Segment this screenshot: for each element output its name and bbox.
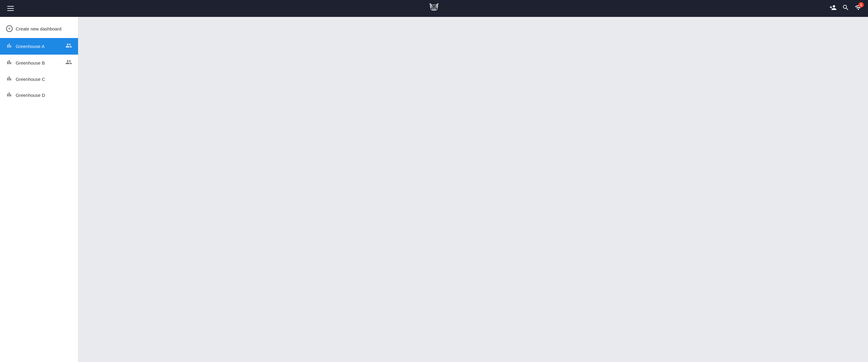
sidebar-item-label-greenhouse-c: Greenhouse C: [16, 77, 45, 82]
sidebar-item-label-greenhouse-b: Greenhouse B: [16, 60, 45, 65]
people-icon-greenhouse-b[interactable]: [65, 59, 72, 67]
chart-bar-icon-c: [6, 76, 12, 83]
search-button[interactable]: [842, 4, 849, 13]
sidebar-item-left-b: Greenhouse B: [6, 59, 45, 67]
svg-rect-0: [431, 5, 437, 10]
sidebar-item-label-greenhouse-a: Greenhouse A: [16, 44, 44, 49]
hamburger-menu-button[interactable]: [6, 5, 15, 12]
add-user-button[interactable]: [830, 4, 837, 13]
wifi-button[interactable]: 1: [855, 4, 862, 13]
create-dashboard-label: Create new dashboard: [16, 26, 61, 31]
navbar-left: [6, 5, 15, 12]
notification-badge: 1: [858, 2, 864, 7]
create-dashboard-button[interactable]: + Create new dashboard: [0, 22, 78, 35]
chart-bar-icon-d: [6, 91, 12, 99]
main-layout: + Create new dashboard Greenhouse A: [0, 17, 868, 362]
sidebar-item-greenhouse-b[interactable]: Greenhouse B: [0, 55, 78, 71]
sidebar-item-greenhouse-c[interactable]: Greenhouse C: [0, 71, 78, 87]
plus-circle-icon: +: [6, 25, 13, 32]
sidebar-item-label-greenhouse-d: Greenhouse D: [16, 93, 45, 98]
sidebar: + Create new dashboard Greenhouse A: [0, 17, 79, 362]
sidebar-item-greenhouse-d[interactable]: Greenhouse D: [0, 87, 78, 103]
sidebar-item-left-c: Greenhouse C: [6, 76, 45, 83]
people-icon-greenhouse-a[interactable]: [65, 42, 72, 50]
svg-point-4: [433, 9, 434, 9]
sidebar-item-greenhouse-a[interactable]: Greenhouse A: [0, 38, 78, 55]
sidebar-item-left-d: Greenhouse D: [6, 91, 45, 99]
navbar-right: 1: [830, 4, 862, 13]
chart-bar-icon: [6, 43, 12, 50]
navbar-center: [428, 2, 440, 15]
sidebar-item-left: Greenhouse A: [6, 43, 44, 50]
svg-rect-3: [432, 8, 435, 10]
svg-point-5: [435, 9, 435, 9]
svg-point-1: [432, 6, 433, 7]
content-area: [79, 17, 868, 362]
cow-logo-icon: [428, 2, 440, 13]
navbar: 1: [0, 0, 868, 17]
svg-point-2: [435, 6, 435, 7]
chart-bar-icon-b: [6, 59, 12, 67]
